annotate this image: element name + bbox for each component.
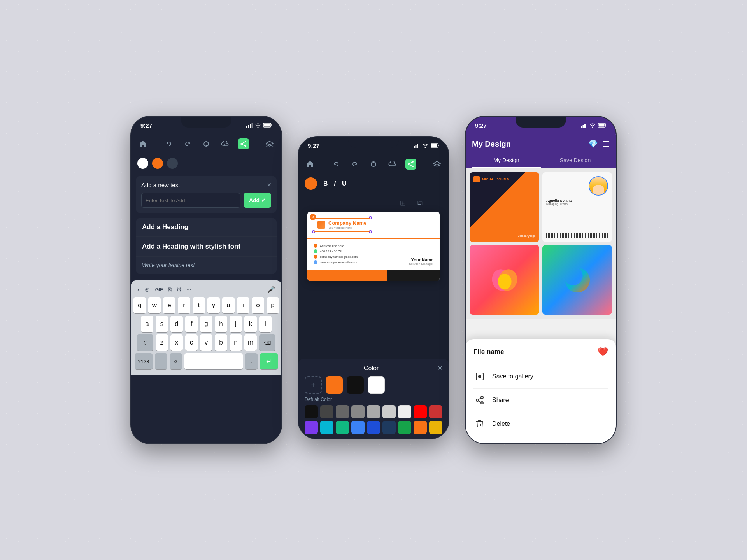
redo-icon-2[interactable] xyxy=(349,159,360,170)
comma-key[interactable]: , xyxy=(155,353,167,369)
business-card[interactable]: × Company Name Your tagline here xyxy=(307,212,440,281)
key-a[interactable]: a xyxy=(141,316,153,332)
cloud-icon-2[interactable] xyxy=(387,159,398,170)
color-blue2[interactable] xyxy=(367,421,380,434)
copy-icon[interactable]: ⧉ xyxy=(414,198,425,208)
italic-btn[interactable]: I xyxy=(334,180,336,187)
key-m[interactable]: m xyxy=(244,334,257,351)
close-button[interactable]: × xyxy=(267,181,271,188)
mic-key[interactable]: 🎤 xyxy=(267,286,275,293)
key-u[interactable]: u xyxy=(222,297,235,313)
color-lightgray1[interactable] xyxy=(367,405,380,418)
delete-item[interactable]: Delete xyxy=(473,412,608,436)
key-r[interactable]: r xyxy=(178,297,190,313)
share-icon[interactable] xyxy=(238,138,249,149)
color-darkblue[interactable] xyxy=(382,421,396,434)
color-darkred[interactable] xyxy=(429,405,442,418)
cloud-icon[interactable] xyxy=(219,138,230,149)
backspace-key[interactable]: ⌫ xyxy=(259,334,275,351)
key-d[interactable]: d xyxy=(170,316,183,332)
back-key[interactable]: ‹ xyxy=(137,286,139,293)
color-cyan[interactable] xyxy=(320,421,333,434)
tagline-option[interactable]: Write your tagline text xyxy=(136,257,277,274)
color-nearwhite[interactable] xyxy=(398,405,411,418)
key-j[interactable]: j xyxy=(230,316,242,332)
heading-option[interactable]: Add a Heading xyxy=(136,218,277,237)
clipboard-key[interactable]: ⎘ xyxy=(168,286,172,293)
key-k[interactable]: k xyxy=(244,316,257,332)
key-b[interactable]: b xyxy=(215,334,227,351)
home-icon-2[interactable] xyxy=(305,159,316,170)
emoji-key[interactable]: ☺ xyxy=(144,286,150,293)
tab-save-design[interactable]: Save Design xyxy=(541,153,610,168)
shift-key[interactable]: ⇧ xyxy=(137,334,153,351)
color-darkgray1[interactable] xyxy=(320,405,333,418)
color-darkgray2[interactable] xyxy=(336,405,349,418)
underline-btn[interactable]: U xyxy=(342,180,347,187)
color-blue1[interactable] xyxy=(351,421,365,434)
orange-dot[interactable] xyxy=(152,158,163,169)
key-c[interactable]: c xyxy=(185,334,198,351)
color-lightgray2[interactable] xyxy=(382,405,396,418)
enter-key[interactable]: ↵ xyxy=(260,353,278,369)
premium-icon[interactable]: 💎 xyxy=(588,139,598,149)
key-n[interactable]: n xyxy=(230,334,242,351)
orange-swatch[interactable] xyxy=(326,376,343,394)
undo-icon[interactable] xyxy=(163,138,174,149)
color-dot-phone2[interactable] xyxy=(305,177,317,190)
refresh-icon[interactable] xyxy=(201,138,212,149)
color-gray[interactable] xyxy=(351,405,365,418)
layers-icon[interactable] xyxy=(264,138,275,149)
key-y[interactable]: y xyxy=(207,297,220,313)
design-card-1[interactable]: MICHAL JOHNS Company logo xyxy=(470,172,539,242)
color-green[interactable] xyxy=(398,421,411,434)
key-x[interactable]: x xyxy=(170,334,183,351)
color-red[interactable] xyxy=(414,405,427,418)
key-v[interactable]: v xyxy=(200,334,212,351)
key-w[interactable]: w xyxy=(148,297,161,313)
key-i[interactable]: i xyxy=(237,297,249,313)
key-l[interactable]: l xyxy=(259,316,272,332)
more-key[interactable]: ··· xyxy=(186,286,191,293)
white-swatch[interactable] xyxy=(368,376,385,394)
key-g[interactable]: g xyxy=(200,316,212,332)
share-item[interactable]: Share xyxy=(473,388,608,412)
add-color-swatch[interactable]: + xyxy=(305,376,322,394)
key-e[interactable]: e xyxy=(163,297,175,313)
color-teal[interactable] xyxy=(336,421,349,434)
redo-icon[interactable] xyxy=(182,138,193,149)
key-h[interactable]: h xyxy=(215,316,227,332)
grid-icon[interactable]: ⊞ xyxy=(397,198,408,208)
refresh-icon-2[interactable] xyxy=(368,159,379,170)
color-black[interactable] xyxy=(305,405,318,418)
tab-my-design[interactable]: My Design xyxy=(472,153,541,168)
color-purple[interactable] xyxy=(305,421,318,434)
add-button[interactable]: Add ✓ xyxy=(244,193,271,208)
design-card-3[interactable] xyxy=(470,245,539,315)
add-icon[interactable]: + xyxy=(431,198,442,208)
home-icon[interactable] xyxy=(137,138,148,149)
layers-icon-2[interactable] xyxy=(431,159,442,170)
text-input-field[interactable] xyxy=(141,193,240,208)
save-to-gallery-item[interactable]: Save to gallery xyxy=(473,365,608,388)
bold-btn[interactable]: B xyxy=(323,180,328,187)
color-yellow[interactable] xyxy=(429,421,442,434)
key-o[interactable]: o xyxy=(252,297,264,313)
black-swatch[interactable] xyxy=(347,376,364,394)
space-key[interactable] xyxy=(184,353,243,369)
settings-key[interactable]: ⚙ xyxy=(176,286,182,293)
key-t[interactable]: t xyxy=(193,297,205,313)
stylish-heading-option[interactable]: Add a Heading with stylish font xyxy=(136,237,277,257)
key-p[interactable]: p xyxy=(267,297,279,313)
color-panel-close[interactable]: × xyxy=(438,364,442,373)
key-q[interactable]: q xyxy=(133,297,146,313)
key-f[interactable]: f xyxy=(185,316,198,332)
undo-icon-2[interactable] xyxy=(331,159,342,170)
design-card-2[interactable]: Agnelia Nolana Managing Director xyxy=(542,172,612,242)
white-dot[interactable] xyxy=(137,158,148,169)
key-s[interactable]: s xyxy=(156,316,168,332)
hamburger-icon[interactable]: ☰ xyxy=(603,139,610,149)
period-key[interactable]: . xyxy=(245,353,258,369)
emoji-face-key[interactable]: ☺ xyxy=(170,353,182,369)
share-icon-2[interactable] xyxy=(405,159,416,170)
